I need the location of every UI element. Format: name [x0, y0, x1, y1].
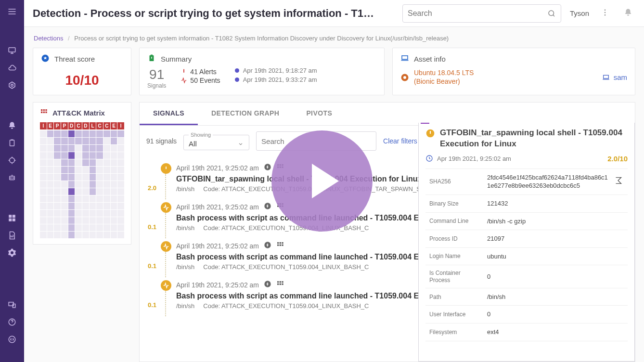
matrix-cell[interactable]: [103, 203, 110, 209]
matrix-cell[interactable]: [111, 159, 117, 166]
matrix-cell[interactable]: [90, 232, 96, 238]
matrix-cell[interactable]: [75, 174, 82, 181]
matrix-cell[interactable]: [90, 159, 96, 166]
matrix-cell[interactable]: [103, 210, 110, 217]
matrix-cell[interactable]: [75, 167, 82, 173]
matrix-cell[interactable]: [68, 232, 75, 238]
bot-icon[interactable]: [8, 173, 16, 182]
matrix-cell[interactable]: [103, 217, 110, 224]
sigma-icon[interactable]: [613, 175, 624, 188]
matrix-cell[interactable]: [90, 152, 96, 159]
matrix-cell[interactable]: [90, 130, 96, 137]
matrix-cell[interactable]: [61, 181, 68, 188]
matrix-cell[interactable]: [96, 145, 103, 152]
matrix-cell[interactable]: [96, 167, 103, 173]
matrix-cell[interactable]: [103, 152, 110, 159]
matrix-cell[interactable]: [61, 203, 68, 209]
matrix-cell[interactable]: [90, 181, 96, 188]
matrix-cell[interactable]: [54, 167, 61, 173]
matrix-cell[interactable]: [61, 145, 68, 152]
close-icon[interactable]: ✕: [421, 123, 429, 124]
matrix-cell[interactable]: [47, 174, 54, 181]
matrix-cell[interactable]: [61, 217, 68, 224]
matrix-cell[interactable]: [75, 195, 82, 202]
tab-detection-graph[interactable]: DETECTION GRAPH: [198, 103, 293, 125]
matrix-grid[interactable]: [40, 130, 124, 238]
bolt-icon[interactable]: [264, 163, 271, 173]
matrix-cell[interactable]: [111, 217, 117, 224]
matrix-cell[interactable]: [117, 174, 124, 181]
bolt-icon[interactable]: [264, 202, 271, 212]
matrix-cell[interactable]: [40, 224, 47, 231]
matrix-cell[interactable]: [82, 217, 89, 224]
matrix-cell[interactable]: [117, 217, 124, 224]
clear-filters-link[interactable]: Clear filters: [383, 137, 417, 145]
matrix-cell[interactable]: [47, 188, 54, 195]
matrix-cell[interactable]: [47, 224, 54, 231]
matrix-cell[interactable]: [82, 203, 89, 209]
matrix-cell[interactable]: [61, 167, 68, 173]
matrix-cell[interactable]: [90, 174, 96, 181]
matrix-cell[interactable]: [75, 152, 82, 159]
matrix-cell[interactable]: [68, 224, 75, 231]
matrix-cell[interactable]: [90, 203, 96, 209]
matrix-cell[interactable]: [111, 130, 117, 137]
menu-icon[interactable]: [7, 7, 17, 16]
matrix-cell[interactable]: [90, 188, 96, 195]
matrix-cell[interactable]: [61, 195, 68, 202]
matrix-cell[interactable]: [82, 159, 89, 166]
matrix-cell[interactable]: [96, 138, 103, 144]
matrix-cell[interactable]: [75, 130, 82, 137]
matrix-cell[interactable]: [103, 167, 110, 173]
matrix-cell[interactable]: [103, 159, 110, 166]
matrix-cell[interactable]: [117, 181, 124, 188]
matrix-cell[interactable]: [68, 174, 75, 181]
matrix-cell[interactable]: [82, 188, 89, 195]
search-input[interactable]: [408, 9, 542, 18]
matrix-cell[interactable]: [82, 181, 89, 188]
matrix-cell[interactable]: [82, 130, 89, 137]
matrix-cell[interactable]: [40, 138, 47, 144]
matrix-cell[interactable]: [90, 138, 96, 144]
matrix-cell[interactable]: [82, 195, 89, 202]
matrix-cell[interactable]: [90, 210, 96, 217]
matrix-cell[interactable]: [47, 159, 54, 166]
matrix-cell[interactable]: [40, 195, 47, 202]
play-button[interactable]: [271, 130, 373, 232]
matrix-cell[interactable]: [90, 145, 96, 152]
grid-view-icon[interactable]: [276, 280, 284, 290]
matrix-cell[interactable]: [61, 152, 68, 159]
matrix-cell[interactable]: [54, 188, 61, 195]
matrix-cell[interactable]: [96, 203, 103, 209]
matrix-cell[interactable]: [96, 130, 103, 137]
matrix-cell[interactable]: [117, 195, 124, 202]
matrix-cell[interactable]: [103, 188, 110, 195]
bolt-icon[interactable]: [264, 241, 271, 251]
matrix-cell[interactable]: [68, 188, 75, 195]
matrix-cell[interactable]: [54, 145, 61, 152]
matrix-cell[interactable]: [111, 145, 117, 152]
matrix-cell[interactable]: [47, 210, 54, 217]
matrix-cell[interactable]: [68, 130, 75, 137]
matrix-cell[interactable]: [75, 203, 82, 209]
matrix-cell[interactable]: [40, 217, 47, 224]
matrix-cell[interactable]: [82, 174, 89, 181]
matrix-cell[interactable]: [117, 203, 124, 209]
matrix-cell[interactable]: [82, 145, 89, 152]
matrix-cell[interactable]: [82, 138, 89, 144]
asset-host[interactable]: sam: [602, 73, 627, 81]
matrix-cell[interactable]: [40, 167, 47, 173]
matrix-cell[interactable]: [68, 195, 75, 202]
matrix-cell[interactable]: [96, 232, 103, 238]
matrix-cell[interactable]: [54, 217, 61, 224]
report-icon[interactable]: [8, 231, 16, 240]
matrix-cell[interactable]: [117, 210, 124, 217]
matrix-cell[interactable]: [47, 130, 54, 137]
matrix-cell[interactable]: [96, 174, 103, 181]
grid-view-icon[interactable]: [276, 241, 284, 251]
matrix-cell[interactable]: [111, 152, 117, 159]
matrix-cell[interactable]: [68, 159, 75, 166]
matrix-cell[interactable]: [90, 167, 96, 173]
bell-icon[interactable]: [8, 121, 16, 130]
matrix-cell[interactable]: [54, 174, 61, 181]
